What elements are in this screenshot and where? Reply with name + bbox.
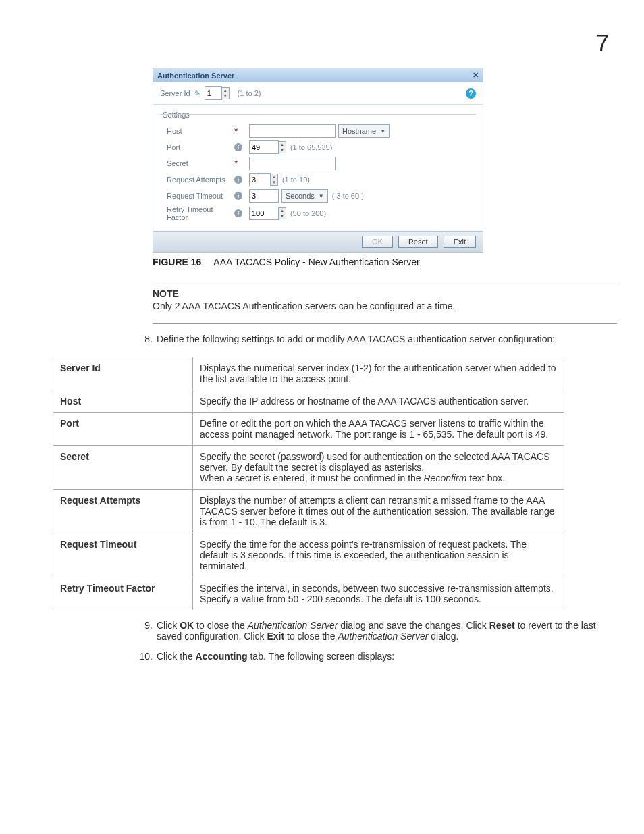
server-id-label: Server Id xyxy=(160,89,190,97)
host-input[interactable] xyxy=(249,124,336,138)
retry-label: Retry Timeout Factor xyxy=(167,205,234,221)
ok-button[interactable]: OK xyxy=(362,236,393,248)
down-icon[interactable]: ▼ xyxy=(279,213,286,219)
retry-stepper[interactable]: ▲▼ xyxy=(249,207,286,220)
step-text: Click OK to close the Authentication Ser… xyxy=(157,620,617,642)
step-number: 8. xyxy=(136,334,153,344)
table-row: Secret Specify the secret (password) use… xyxy=(53,446,564,490)
down-icon[interactable]: ▼ xyxy=(222,93,229,99)
table-row: Server IdDisplays the numerical server i… xyxy=(53,357,564,390)
server-id-stepper[interactable]: ▲▼ xyxy=(205,86,230,100)
settings-description-table: Server IdDisplays the numerical server i… xyxy=(53,357,564,610)
timeout-unit-select[interactable]: Seconds xyxy=(281,189,328,203)
attempts-input[interactable] xyxy=(249,173,271,186)
step-number: 9. xyxy=(136,620,153,642)
settings-legend: Settings xyxy=(160,111,192,119)
server-id-input[interactable] xyxy=(205,86,222,100)
timeout-input[interactable] xyxy=(249,189,279,203)
retry-hint: (50 to 200) xyxy=(290,209,326,217)
up-icon[interactable]: ▲ xyxy=(279,142,286,147)
down-icon[interactable]: ▼ xyxy=(279,147,286,153)
timeout-hint: ( 3 to 60 ) xyxy=(332,192,364,200)
required-icon: * xyxy=(234,128,238,134)
info-icon[interactable]: i xyxy=(234,143,242,151)
exit-button[interactable]: Exit xyxy=(444,236,476,248)
step-text: Click the Accounting tab. The following … xyxy=(157,651,617,662)
table-row: Retry Timeout FactorSpecifies the interv… xyxy=(53,577,564,610)
info-icon[interactable]: i xyxy=(234,176,242,184)
table-row: HostSpecify the IP address or hostname o… xyxy=(53,390,564,413)
dialog-title: Authentication Server xyxy=(157,72,234,80)
up-icon[interactable]: ▲ xyxy=(222,88,229,93)
host-type-select[interactable]: Hostname xyxy=(338,124,390,138)
attempts-stepper[interactable]: ▲▼ xyxy=(249,173,278,186)
divider xyxy=(153,323,617,324)
auth-server-dialog: Authentication Server ✕ Server Id ✎ ▲▼ (… xyxy=(153,68,483,253)
table-row: PortDefine or edit the port on which the… xyxy=(53,413,564,446)
info-icon[interactable]: i xyxy=(234,192,242,200)
server-id-hint: (1 to 2) xyxy=(238,89,261,97)
pencil-icon[interactable]: ✎ xyxy=(194,89,200,98)
host-label: Host xyxy=(167,127,234,135)
port-input[interactable] xyxy=(249,140,279,154)
figure-caption: FIGURE 16AAA TACACS Policy - New Authent… xyxy=(153,257,617,267)
retry-input[interactable] xyxy=(249,207,279,220)
port-label: Port xyxy=(167,143,234,151)
help-icon[interactable]: ? xyxy=(466,88,476,99)
step-number: 10. xyxy=(136,651,153,662)
attempts-label: Request Attempts xyxy=(167,176,234,184)
table-row: Request TimeoutSpecify the time for the … xyxy=(53,533,564,577)
down-icon[interactable]: ▼ xyxy=(271,180,277,185)
note-heading: NOTE xyxy=(153,288,617,299)
divider xyxy=(153,284,617,284)
secret-input[interactable] xyxy=(249,157,336,170)
info-icon[interactable]: i xyxy=(234,209,242,217)
table-row: Request AttemptsDisplays the number of a… xyxy=(53,490,564,533)
note-text: Only 2 AAA TACACS Authentication servers… xyxy=(153,301,617,311)
port-hint: (1 to 65,535) xyxy=(290,143,332,151)
step-text: Define the following settings to add or … xyxy=(157,334,617,344)
port-stepper[interactable]: ▲▼ xyxy=(249,140,286,154)
attempts-hint: (1 to 10) xyxy=(282,176,310,184)
page-number: 7 xyxy=(596,30,609,56)
close-icon[interactable]: ✕ xyxy=(473,71,479,80)
up-icon[interactable]: ▲ xyxy=(271,174,277,180)
secret-label: Secret xyxy=(167,159,234,167)
timeout-label: Request Timeout xyxy=(167,192,234,200)
required-icon: * xyxy=(234,160,238,167)
reset-button[interactable]: Reset xyxy=(398,236,438,248)
up-icon[interactable]: ▲ xyxy=(279,208,286,213)
